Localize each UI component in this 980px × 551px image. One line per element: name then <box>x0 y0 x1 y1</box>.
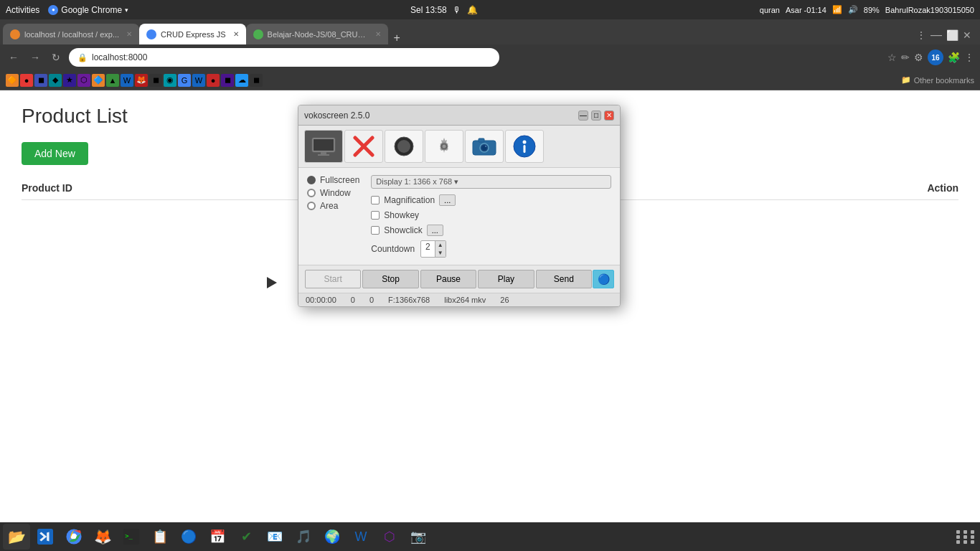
voko-info-btn[interactable] <box>505 130 544 163</box>
taskbar-check[interactable]: ✔ <box>232 524 260 550</box>
window-radio-btn[interactable] <box>307 189 316 197</box>
voko-close-btn[interactable]: ✕ <box>604 110 614 121</box>
new-tab-button[interactable]: + <box>388 32 406 44</box>
minimize-icon[interactable]: — <box>930 29 942 42</box>
taskbar-firefox[interactable]: 🦊 <box>89 524 116 550</box>
taskbar-email[interactable]: 📧 <box>261 524 288 550</box>
status-codec: libx264 mkv <box>444 296 486 304</box>
countdown-up-arrow[interactable]: ▲ <box>435 241 446 249</box>
mic-icon: 🎙 <box>453 5 461 15</box>
extensions-icon[interactable]: 🧩 <box>948 52 960 63</box>
reload-button[interactable]: ↻ <box>49 50 63 65</box>
back-button[interactable]: ← <box>6 50 22 65</box>
bm-icon-12[interactable]: ◉ <box>164 74 176 87</box>
tab-close-crud[interactable]: ✕ <box>233 30 239 38</box>
taskbar-vscode[interactable] <box>32 524 59 550</box>
voko-minimize-btn[interactable]: — <box>578 110 588 121</box>
taskbar-music[interactable]: 🎵 <box>290 524 317 550</box>
url-input[interactable]: 🔒 localhost:8000 <box>69 48 499 67</box>
countdown-spinner[interactable]: 2 ▲ ▼ <box>420 240 446 258</box>
add-new-button[interactable]: Add New <box>22 142 88 165</box>
taskbar-calendar[interactable]: 📅 <box>204 524 231 550</box>
voko-camera-btn[interactable] <box>465 130 504 163</box>
status-val2: 0 <box>369 296 374 304</box>
voko-stop-btn[interactable] <box>344 130 383 163</box>
fullscreen-radio[interactable]: Fullscreen <box>307 175 359 185</box>
taskbar-word[interactable]: W <box>347 524 374 550</box>
tab-crud[interactable]: CRUD Express JS ✕ <box>139 24 245 44</box>
taskbar-right <box>956 526 977 547</box>
voko-extra-btn[interactable]: 🔵 <box>593 270 614 288</box>
bm-icon-10[interactable]: 🦊 <box>135 74 148 87</box>
taskbar-blue[interactable]: 🔵 <box>175 524 202 550</box>
svg-point-22 <box>72 534 77 540</box>
magnification-label: Magnification <box>384 195 435 205</box>
display-select[interactable]: Display 1: 980 x 551 ▾ <box>371 175 611 189</box>
showkey-checkbox[interactable] <box>371 211 380 220</box>
other-bookmarks[interactable]: 📁 Other bookmarks <box>901 75 974 85</box>
send-button[interactable]: Send <box>536 270 592 288</box>
window-close-icon[interactable]: ✕ <box>963 29 971 41</box>
bm-icon-18[interactable]: ◼ <box>250 74 263 87</box>
edit-icon[interactable]: ✏ <box>901 52 910 63</box>
voko-screen-btn[interactable] <box>304 130 343 163</box>
tab-localhost[interactable]: localhost / localhost / exp... ✕ <box>3 24 139 44</box>
voko-record-btn[interactable] <box>385 130 423 163</box>
bm-icon-15[interactable]: ● <box>207 74 220 87</box>
forward-button[interactable]: → <box>27 50 43 65</box>
countdown-value: 2 <box>421 241 435 257</box>
magnification-more-btn[interactable]: ... <box>439 194 456 206</box>
bm-icon-4[interactable]: ◆ <box>49 74 62 87</box>
taskbar-terminal[interactable]: >_ <box>118 524 145 550</box>
bm-icon-11[interactable]: ◼ <box>149 74 162 87</box>
bm-icon-17[interactable]: ☁ <box>235 74 248 87</box>
tab-close-belajar[interactable]: ✕ <box>375 30 381 38</box>
restore-icon[interactable]: ⬜ <box>946 29 958 41</box>
bm-icon-9[interactable]: W <box>121 74 133 87</box>
stop-button[interactable]: Stop <box>362 270 418 288</box>
pause-button[interactable]: Pause <box>420 270 476 288</box>
area-radio[interactable]: Area <box>307 201 359 211</box>
area-radio-btn[interactable] <box>307 202 316 210</box>
start-button[interactable]: Start <box>305 270 361 288</box>
fullscreen-radio-btn[interactable] <box>307 176 316 184</box>
voko-maximize-btn[interactable]: □ <box>591 110 601 121</box>
tab-favicon-crud <box>146 29 156 39</box>
chevron-down-icon: ▾ <box>125 6 128 14</box>
svg-rect-15 <box>479 138 484 142</box>
bm-icon-8[interactable]: ▲ <box>106 74 119 87</box>
tab-belajar[interactable]: Belajar-Node-JS/08_CRUD... ✕ <box>246 24 388 44</box>
chrome-menu-icon[interactable]: ⋮ <box>964 52 974 63</box>
chrome-menu-dots[interactable]: ⋮ <box>916 29 926 41</box>
magnification-option: Magnification ... <box>371 194 611 206</box>
apps-grid-icon[interactable] <box>956 526 977 547</box>
taskbar-browser2[interactable]: 🌍 <box>319 524 346 550</box>
tab-close-localhost[interactable]: ✕ <box>126 30 132 38</box>
taskbar-chrome[interactable] <box>60 524 88 550</box>
bm-icon-1[interactable]: 🔶 <box>6 74 19 87</box>
bm-icon-14[interactable]: W <box>192 74 205 87</box>
showclick-more-btn[interactable]: ... <box>427 225 443 236</box>
bm-icon-7[interactable]: 🔷 <box>92 74 105 87</box>
activities-button[interactable]: Activities <box>6 5 39 15</box>
voko-settings-btn[interactable] <box>425 130 463 163</box>
bm-icon-6[interactable]: ⬡ <box>77 74 90 87</box>
bm-icon-16[interactable]: ◼ <box>221 74 234 87</box>
taskbar-app14[interactable]: ⬡ <box>376 524 403 550</box>
taskbar-app6[interactable]: 📋 <box>146 524 174 550</box>
bookmark-star-icon[interactable]: ☆ <box>887 52 897 63</box>
taskbar-camera[interactable]: 📷 <box>405 524 432 550</box>
bm-icon-2[interactable]: ● <box>20 74 33 87</box>
countdown-down-arrow[interactable]: ▼ <box>435 249 446 257</box>
bm-icon-13[interactable]: G <box>178 74 191 87</box>
taskbar-files[interactable]: 📂 <box>3 524 30 550</box>
magnification-checkbox[interactable] <box>371 196 380 204</box>
showclick-checkbox[interactable] <box>371 226 380 235</box>
bm-icon-5[interactable]: ★ <box>63 74 76 87</box>
play-button[interactable]: Play <box>478 270 534 288</box>
settings-icon[interactable]: ⚙ <box>914 52 923 63</box>
profile-circle[interactable]: 16 <box>928 50 943 65</box>
bm-icon-3[interactable]: ◼ <box>34 74 47 87</box>
window-radio[interactable]: Window <box>307 188 359 198</box>
wifi-icon: 📶 <box>832 5 842 14</box>
